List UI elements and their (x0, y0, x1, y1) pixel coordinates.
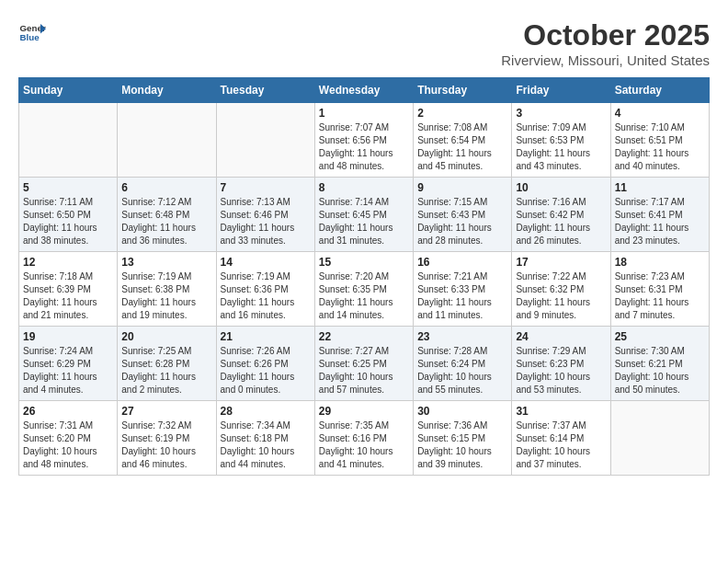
calendar-cell: 24Sunrise: 7:29 AM Sunset: 6:23 PM Dayli… (512, 327, 610, 401)
day-number: 13 (121, 256, 211, 269)
day-info: Sunrise: 7:34 AM Sunset: 6:18 PM Dayligh… (221, 419, 311, 471)
day-number: 5 (23, 181, 113, 194)
calendar-cell: 27Sunrise: 7:32 AM Sunset: 6:19 PM Dayli… (118, 401, 216, 476)
calendar-cell: 25Sunrise: 7:30 AM Sunset: 6:21 PM Dayli… (610, 327, 709, 401)
day-number: 4 (615, 107, 705, 120)
logo: General Blue (18, 18, 46, 46)
day-info: Sunrise: 7:23 AM Sunset: 6:31 PM Dayligh… (615, 270, 705, 322)
location: Riverview, Missouri, United States (501, 52, 710, 68)
calendar-cell: 11Sunrise: 7:17 AM Sunset: 6:41 PM Dayli… (610, 178, 709, 252)
day-number: 31 (516, 405, 606, 418)
month-title: October 2025 (501, 18, 710, 52)
calendar-cell: 23Sunrise: 7:28 AM Sunset: 6:24 PM Dayli… (414, 327, 512, 401)
day-info: Sunrise: 7:29 AM Sunset: 6:23 PM Dayligh… (516, 345, 606, 396)
calendar-cell: 8Sunrise: 7:14 AM Sunset: 6:45 PM Daylig… (314, 178, 413, 252)
day-info: Sunrise: 7:07 AM Sunset: 6:56 PM Dayligh… (319, 121, 409, 173)
calendar-cell: 15Sunrise: 7:20 AM Sunset: 6:35 PM Dayli… (314, 252, 413, 327)
day-info: Sunrise: 7:30 AM Sunset: 6:21 PM Dayligh… (615, 345, 705, 396)
day-number: 7 (221, 181, 311, 194)
day-info: Sunrise: 7:21 AM Sunset: 6:33 PM Dayligh… (417, 270, 507, 322)
calendar-cell: 7Sunrise: 7:13 AM Sunset: 6:46 PM Daylig… (216, 178, 314, 252)
day-info: Sunrise: 7:31 AM Sunset: 6:20 PM Dayligh… (23, 419, 113, 471)
day-number: 27 (121, 405, 211, 418)
day-info: Sunrise: 7:14 AM Sunset: 6:45 PM Dayligh… (319, 196, 409, 247)
day-header-tuesday: Tuesday (216, 78, 314, 103)
calendar-cell: 26Sunrise: 7:31 AM Sunset: 6:20 PM Dayli… (19, 401, 118, 476)
day-number: 9 (417, 181, 507, 194)
day-header-sunday: Sunday (19, 78, 118, 103)
day-info: Sunrise: 7:36 AM Sunset: 6:15 PM Dayligh… (417, 419, 507, 471)
day-header-saturday: Saturday (610, 78, 709, 103)
day-number: 8 (319, 181, 409, 194)
svg-text:Blue: Blue (20, 32, 40, 42)
calendar-cell: 12Sunrise: 7:18 AM Sunset: 6:39 PM Dayli… (19, 252, 118, 327)
day-info: Sunrise: 7:09 AM Sunset: 6:53 PM Dayligh… (516, 121, 606, 173)
day-number: 3 (516, 107, 606, 120)
calendar-cell: 30Sunrise: 7:36 AM Sunset: 6:15 PM Dayli… (414, 401, 512, 476)
calendar-table: SundayMondayTuesdayWednesdayThursdayFrid… (18, 77, 710, 476)
calendar-cell (118, 103, 216, 178)
day-number: 2 (417, 107, 507, 120)
day-info: Sunrise: 7:25 AM Sunset: 6:28 PM Dayligh… (121, 345, 211, 396)
day-number: 12 (23, 256, 113, 269)
day-number: 30 (417, 405, 507, 418)
day-info: Sunrise: 7:28 AM Sunset: 6:24 PM Dayligh… (417, 345, 507, 396)
calendar-cell: 2Sunrise: 7:08 AM Sunset: 6:54 PM Daylig… (414, 103, 512, 178)
calendar-cell: 31Sunrise: 7:37 AM Sunset: 6:14 PM Dayli… (512, 401, 610, 476)
calendar-cell (216, 103, 314, 178)
day-header-friday: Friday (512, 78, 610, 103)
day-number: 19 (23, 330, 113, 343)
day-number: 11 (615, 181, 705, 194)
day-number: 28 (221, 405, 311, 418)
day-info: Sunrise: 7:08 AM Sunset: 6:54 PM Dayligh… (417, 121, 507, 173)
calendar-cell: 5Sunrise: 7:11 AM Sunset: 6:50 PM Daylig… (19, 178, 118, 252)
calendar-cell: 20Sunrise: 7:25 AM Sunset: 6:28 PM Dayli… (118, 327, 216, 401)
day-info: Sunrise: 7:15 AM Sunset: 6:43 PM Dayligh… (417, 196, 507, 247)
day-number: 22 (319, 330, 409, 343)
day-info: Sunrise: 7:17 AM Sunset: 6:41 PM Dayligh… (615, 196, 705, 247)
day-info: Sunrise: 7:27 AM Sunset: 6:25 PM Dayligh… (319, 345, 409, 396)
calendar-cell: 22Sunrise: 7:27 AM Sunset: 6:25 PM Dayli… (314, 327, 413, 401)
calendar-cell: 13Sunrise: 7:19 AM Sunset: 6:38 PM Dayli… (118, 252, 216, 327)
calendar-cell: 17Sunrise: 7:22 AM Sunset: 6:32 PM Dayli… (512, 252, 610, 327)
day-number: 24 (516, 330, 606, 343)
day-number: 15 (319, 256, 409, 269)
day-info: Sunrise: 7:19 AM Sunset: 6:38 PM Dayligh… (121, 270, 211, 322)
day-info: Sunrise: 7:26 AM Sunset: 6:26 PM Dayligh… (221, 345, 311, 396)
calendar-cell: 3Sunrise: 7:09 AM Sunset: 6:53 PM Daylig… (512, 103, 610, 178)
calendar-cell: 28Sunrise: 7:34 AM Sunset: 6:18 PM Dayli… (216, 401, 314, 476)
day-info: Sunrise: 7:10 AM Sunset: 6:51 PM Dayligh… (615, 121, 705, 173)
calendar-cell: 4Sunrise: 7:10 AM Sunset: 6:51 PM Daylig… (610, 103, 709, 178)
calendar-cell: 6Sunrise: 7:12 AM Sunset: 6:48 PM Daylig… (118, 178, 216, 252)
day-number: 14 (221, 256, 311, 269)
day-number: 17 (516, 256, 606, 269)
calendar-cell (19, 103, 118, 178)
day-info: Sunrise: 7:12 AM Sunset: 6:48 PM Dayligh… (121, 196, 211, 247)
day-number: 26 (23, 405, 113, 418)
day-number: 1 (319, 107, 409, 120)
day-number: 16 (417, 256, 507, 269)
day-number: 18 (615, 256, 705, 269)
day-info: Sunrise: 7:18 AM Sunset: 6:39 PM Dayligh… (23, 270, 113, 322)
calendar-cell: 14Sunrise: 7:19 AM Sunset: 6:36 PM Dayli… (216, 252, 314, 327)
day-info: Sunrise: 7:19 AM Sunset: 6:36 PM Dayligh… (221, 270, 311, 322)
calendar-cell: 1Sunrise: 7:07 AM Sunset: 6:56 PM Daylig… (314, 103, 413, 178)
day-info: Sunrise: 7:35 AM Sunset: 6:16 PM Dayligh… (319, 419, 409, 471)
calendar-cell: 21Sunrise: 7:26 AM Sunset: 6:26 PM Dayli… (216, 327, 314, 401)
day-header-monday: Monday (118, 78, 216, 103)
calendar-cell (610, 401, 709, 476)
day-info: Sunrise: 7:24 AM Sunset: 6:29 PM Dayligh… (23, 345, 113, 396)
day-info: Sunrise: 7:11 AM Sunset: 6:50 PM Dayligh… (23, 196, 113, 247)
day-info: Sunrise: 7:16 AM Sunset: 6:42 PM Dayligh… (516, 196, 606, 247)
day-number: 23 (417, 330, 507, 343)
day-header-thursday: Thursday (414, 78, 512, 103)
calendar-cell: 9Sunrise: 7:15 AM Sunset: 6:43 PM Daylig… (414, 178, 512, 252)
day-number: 29 (319, 405, 409, 418)
day-number: 20 (121, 330, 211, 343)
day-number: 6 (121, 181, 211, 194)
day-info: Sunrise: 7:32 AM Sunset: 6:19 PM Dayligh… (121, 419, 211, 471)
day-info: Sunrise: 7:37 AM Sunset: 6:14 PM Dayligh… (516, 419, 606, 471)
day-info: Sunrise: 7:20 AM Sunset: 6:35 PM Dayligh… (319, 270, 409, 322)
calendar-cell: 18Sunrise: 7:23 AM Sunset: 6:31 PM Dayli… (610, 252, 709, 327)
calendar-cell: 19Sunrise: 7:24 AM Sunset: 6:29 PM Dayli… (19, 327, 118, 401)
